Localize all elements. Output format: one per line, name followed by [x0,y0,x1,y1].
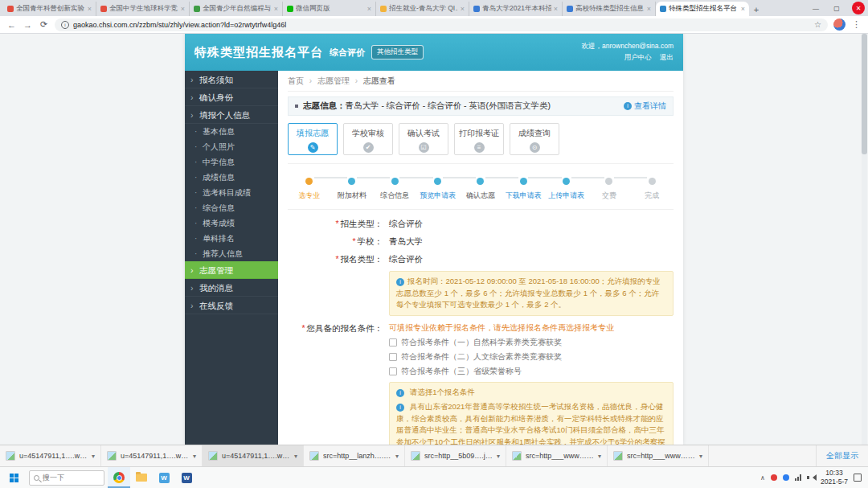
view-detail-link[interactable]: i查看详情 [624,100,666,112]
show-all-downloads-button[interactable]: 全部显示 [816,445,868,466]
user-center-link[interactable]: 用户中心 [624,53,652,61]
tab-close-icon[interactable]: × [367,5,371,13]
tab-close-icon[interactable]: × [274,5,278,13]
sidebar-subitem-school-info[interactable]: ·中学信息 [185,154,278,170]
sidebar-subitem-subject-scores[interactable]: ·选考科目成绩 [185,185,278,200]
sidebar-item-online-feedback[interactable]: ›在线反馈 [185,297,278,314]
progress-step-label[interactable]: 综合信息 [374,191,416,201]
tab-close-icon[interactable]: × [554,5,558,13]
profile-avatar[interactable] [833,18,845,31]
breadcrumb-volunteer-management[interactable]: 志愿管理 [317,76,350,85]
new-tab-button[interactable]: + [749,3,764,16]
chevron-down-icon[interactable]: ▾ [92,453,95,460]
browser-tab[interactable]: 招生就业-青岛大学 QI…× [376,2,469,16]
progress-step-label[interactable]: 上传申请表 [545,191,588,201]
chevron-down-icon[interactable]: ▾ [395,453,399,460]
download-item[interactable]: u=45147911,1….webp▾ [203,445,304,466]
sidebar-item-personal-info[interactable]: ›填报个人信息 [185,106,278,124]
sidebar-subitem-grades[interactable]: ·成绩信息 [185,170,278,185]
download-item[interactable]: src=http___www….jpg▾ [608,445,709,466]
browser-tab[interactable]: 高校特殊类型招生信息…× [563,2,656,16]
hidden-icons-chevron-icon[interactable]: ∧ [760,474,765,482]
tab-close-icon[interactable]: × [647,5,651,13]
sidebar-item-volunteer-management[interactable]: ›志愿管理 [185,261,278,279]
download-item[interactable]: src=http__5b09….jpg▾ [405,445,506,466]
sidebar-item-confirm-identity[interactable]: ›确认身份 [185,88,278,106]
download-item[interactable]: u=45147911,1….webp▾ [0,445,101,466]
chevron-down-icon[interactable]: ▾ [294,453,297,460]
tray-app-blue-icon[interactable] [783,474,789,481]
chevron-down-icon[interactable]: ▾ [193,453,196,460]
taskbar-explorer-button[interactable] [130,467,153,488]
minimize-button[interactable]: — [805,1,826,15]
tab-close-icon[interactable]: × [741,5,745,13]
tab-print-admission[interactable]: 打印报考证≡ [454,123,504,155]
logout-link[interactable]: 退出 [660,53,674,61]
bookmark-star-icon[interactable]: ☆ [814,20,821,29]
back-icon[interactable]: ← [6,20,17,30]
sidebar-item-signup-notice[interactable]: ›报名须知 [185,71,278,88]
network-icon[interactable] [795,474,801,481]
tab-confirm-exam[interactable]: 确认考试☑ [399,123,448,155]
checkbox-icon[interactable] [389,353,397,361]
url-text[interactable]: gaokao.chsi.com.cn/zzbm/stu/zhly/view.ac… [73,21,810,29]
progress-step-label[interactable]: 确认志愿 [459,191,502,201]
browser-menu-icon[interactable]: ⋮ [851,19,862,30]
browser-tab[interactable]: 微信网页版× [283,2,376,16]
page-scrollbar[interactable] [862,34,867,445]
address-bar[interactable]: i gaokao.chsi.com.cn/zzbm/stu/zhly/view.… [55,18,828,31]
sidebar-subitem-recommender-info[interactable]: ·推荐人信息 [185,246,278,261]
browser-tab[interactable]: 全国青年科普创新实验…× [3,2,96,16]
sidebar-item-my-messages[interactable]: ›我的消息 [185,279,278,297]
sidebar-subitem-comprehensive-info[interactable]: ·综合信息 [185,200,278,215]
sidebar-subitem-mock-scores[interactable]: ·模考成绩 [185,215,278,231]
tray-app-red-icon[interactable] [771,474,777,481]
progress-step-label[interactable]: 附加材料 [330,191,373,201]
checkbox-icon[interactable] [389,338,397,347]
browser-tab[interactable]: 青岛大学2021年本科招…× [469,2,563,16]
notification-center-icon[interactable] [854,474,862,482]
start-button[interactable] [2,467,26,488]
download-item[interactable]: u=45147911,1….webp▾ [101,445,203,466]
condition-checkbox-1[interactable]: 符合报考条件（一）自然科学素养类竞赛获奖 [389,337,674,348]
close-button[interactable]: ✕ [852,2,865,14]
sidebar-subitem-subject-ranking[interactable]: ·单科排名 [185,231,278,246]
condition-checkbox-3[interactable]: 符合报考条件（三）省级荣誉称号 [389,366,674,377]
taskbar-wps-button[interactable]: W [153,467,175,488]
tab-close-icon[interactable]: × [461,5,465,13]
taskbar-search-box[interactable]: 搜一下 [29,470,104,486]
chevron-down-icon[interactable]: ▾ [598,453,601,460]
condition-label: 符合报考条件（二）人文综合素养类竞赛获奖 [401,351,562,363]
browser-tab[interactable]: 全国青少年自然编程与…× [190,2,283,16]
taskbar-chrome-button[interactable] [108,467,130,488]
breadcrumb-home[interactable]: 首页 [288,76,304,85]
condition-checkbox-2[interactable]: 符合报考条件（二）人文综合素养类竞赛获奖 [389,351,674,363]
progress-step-label[interactable]: 下载申请表 [502,191,545,201]
download-item[interactable]: src=http___www….jpg▾ [506,445,608,466]
taskbar-word-button[interactable]: W [175,467,198,488]
download-item[interactable]: src=http__lanzh….jpg▾ [304,445,405,466]
other-enroll-type-button[interactable]: 其他招生类型 [371,45,424,59]
tab-school-review[interactable]: 学校审核✔ [343,123,393,155]
maximize-button[interactable]: ▢ [826,1,847,15]
chevron-down-icon[interactable]: ▾ [497,453,500,460]
progress-step-label[interactable]: 选专业 [288,191,330,201]
checkbox-icon[interactable] [389,367,397,375]
browser-tab[interactable]: 全国中学生地球科学竞…× [96,2,190,16]
tab-close-icon[interactable]: × [88,5,92,13]
chevron-down-icon[interactable]: ▾ [699,453,702,460]
volume-icon[interactable] [807,474,815,482]
tab-fill-volunteer[interactable]: 填报志愿✎ [288,123,338,155]
taskbar-clock[interactable]: 10:33 2021-5-7 [821,469,848,486]
site-info-icon[interactable]: i [61,21,69,29]
tab-close-icon[interactable]: × [181,5,185,13]
tab-score-query[interactable]: 成绩查询⊙ [510,123,559,155]
reload-icon[interactable]: ⟳ [39,19,49,30]
scrollbar-thumb[interactable] [862,34,867,154]
check-icon: ✔ [363,142,374,153]
sidebar-subitem-photo[interactable]: ·个人照片 [185,139,278,154]
progress-step-label[interactable]: 预览申请表 [416,191,459,201]
browser-tab-active[interactable]: 特殊类型招生报名平台× [656,2,749,16]
sidebar-subitem-basic-info[interactable]: ·基本信息 [185,124,278,139]
forward-icon[interactable]: → [23,20,33,30]
